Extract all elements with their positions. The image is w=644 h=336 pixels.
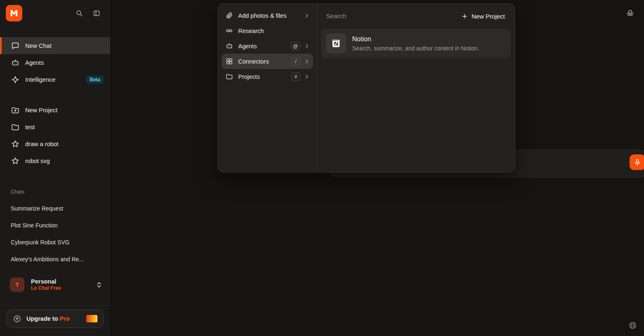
menu-item-label: Connectors — [238, 58, 269, 65]
connectors-panel: New Project Notion Search, summarize, an… — [317, 4, 515, 172]
sidebar-item-label: New Project — [25, 107, 57, 114]
sidebar-toggle-icon[interactable] — [90, 7, 103, 19]
chat-item[interactable]: Cyberpunk Robot SVG — [0, 234, 110, 251]
search-icon[interactable] — [73, 7, 85, 19]
infinity-icon — [225, 27, 233, 35]
paperclip-icon — [225, 12, 233, 19]
sidebar: New Chat Agents Intelligence Beta — [0, 0, 111, 336]
robot-icon — [225, 42, 233, 50]
folder-icon — [11, 123, 20, 132]
folder-icon — [225, 73, 233, 80]
robot-icon — [11, 58, 20, 67]
chevron-right-icon — [304, 59, 310, 64]
sidebar-nav: New Chat Agents Intelligence Beta — [0, 37, 110, 88]
beta-badge: Beta — [86, 76, 104, 84]
menu-item-projects[interactable]: Projects # — [222, 69, 313, 84]
upgrade-button-label: Upgrade to Pro — [26, 315, 70, 322]
menu-item-label: Add photos & files — [238, 12, 286, 19]
microphone-button[interactable] — [630, 154, 644, 170]
new-project-button-label: New Project — [471, 13, 505, 20]
workspace-name: Personal — [31, 278, 61, 285]
upgrade-section: Upgrade to Pro — [0, 305, 110, 336]
help-lifebuoy-icon[interactable] — [628, 321, 637, 330]
popup-menu: Add photos & files Research — [218, 4, 317, 172]
connector-description: Search, summarize, and author content in… — [352, 45, 479, 52]
sidebar-item-label: test — [25, 124, 35, 130]
star-icon — [11, 156, 20, 166]
sidebar-item-chat-draw-a-robot[interactable]: draw a robot — [0, 135, 110, 152]
mistral-logo[interactable] — [6, 5, 22, 21]
sidebar-projects: New Project test draw a robot — [0, 102, 110, 169]
new-project-button[interactable]: New Project — [461, 10, 506, 22]
attachments-popup: Add photos & files Research — [218, 3, 515, 173]
connector-title: Notion — [352, 35, 479, 43]
shortcut-badge: # — [291, 72, 301, 81]
sidebar-item-intelligence[interactable]: Intelligence Beta — [0, 71, 110, 88]
connector-results: Notion Search, summarize, and author con… — [317, 28, 515, 58]
sidebar-chat-list: Summarize Request Plot Sine Function Cyb… — [0, 200, 110, 267]
pro-label: Pro — [60, 315, 70, 322]
folder-plus-icon — [11, 106, 20, 115]
menu-item-label: Agents — [238, 43, 257, 50]
chevron-right-icon — [304, 13, 310, 19]
menu-item-research[interactable]: Research — [222, 23, 313, 38]
pro-flag-icon — [86, 315, 97, 322]
grid-icon — [225, 57, 233, 65]
avatar: T — [10, 277, 24, 292]
sidebar-item-label: Intelligence — [25, 76, 55, 83]
chat-bubble-icon — [11, 41, 20, 50]
shortcut-badge: @ — [291, 42, 301, 50]
sidebar-item-project-test[interactable]: test — [0, 118, 110, 135]
workspace-switcher[interactable]: T Personal Le Chat Free — [0, 273, 110, 296]
sidebar-item-agents[interactable]: Agents — [0, 54, 110, 71]
chat-item[interactable]: Plot Sine Function — [0, 217, 110, 234]
menu-item-add-photos-files[interactable]: Add photos & files — [222, 8, 313, 23]
sidebar-item-label: Agents — [25, 59, 44, 66]
menu-item-label: Research — [238, 28, 264, 34]
sidebar-header — [0, 0, 110, 26]
upgrade-to-pro-button[interactable]: Upgrade to Pro — [7, 310, 104, 328]
connector-search-input[interactable] — [326, 12, 461, 20]
sidebar-footer: T Personal Le Chat Free Upgrade to — [0, 273, 110, 336]
shortcut-badge: / — [291, 57, 301, 66]
sidebar-item-chat-robot-svg[interactable]: robot svg — [0, 152, 110, 169]
menu-item-agents[interactable]: Agents @ — [222, 38, 313, 54]
chevron-right-icon — [304, 43, 310, 49]
plus-icon — [462, 13, 468, 19]
workspace-plan: Le Chat Free — [31, 285, 61, 291]
sidebar-item-label: draw a robot — [25, 141, 59, 147]
sidebar-item-label: robot svg — [25, 158, 50, 164]
sparkle-icon — [11, 75, 20, 84]
menu-item-connectors[interactable]: Connectors / — [222, 54, 313, 69]
chat-item[interactable]: Alexey's Ambitions and Re... — [0, 251, 110, 267]
incognito-icon[interactable] — [625, 8, 635, 18]
chevron-right-icon — [304, 74, 310, 80]
chats-section-label: Chats — [0, 189, 110, 195]
mistral-m-icon — [9, 9, 19, 18]
chevron-updown-icon — [96, 282, 102, 288]
connectors-panel-header: New Project — [317, 4, 515, 28]
sidebar-item-new-project[interactable]: New Project — [0, 102, 110, 118]
star-icon — [11, 140, 20, 149]
sidebar-item-label: New Chat — [25, 43, 52, 49]
notion-logo-icon — [326, 33, 346, 53]
chat-item[interactable]: Summarize Request — [0, 200, 110, 217]
sidebar-item-new-chat[interactable]: New Chat — [0, 37, 110, 54]
arrow-up-circle-icon — [13, 315, 21, 323]
connector-item-notion[interactable]: Notion Search, summarize, and author con… — [321, 28, 511, 58]
menu-item-label: Projects — [238, 73, 260, 80]
